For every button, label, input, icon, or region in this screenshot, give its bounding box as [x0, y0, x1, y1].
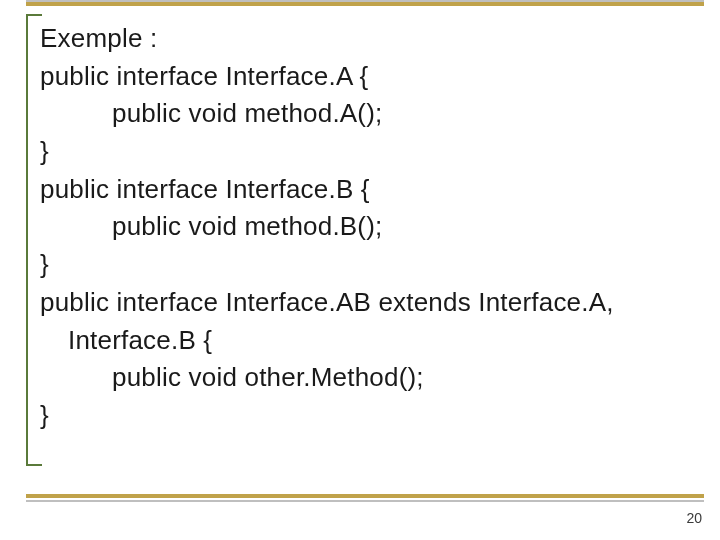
top-rule-gold [26, 2, 704, 6]
code-block: Exemple : public interface Interface.A {… [40, 20, 690, 435]
code-line: public interface Interface.B { [40, 171, 690, 209]
code-line: } [40, 397, 690, 435]
code-line: public void method.A(); [40, 95, 690, 133]
bottom-rule-gold [26, 494, 704, 498]
code-line: public interface Interface.A { [40, 58, 690, 96]
code-line: } [40, 133, 690, 171]
page-number: 20 [686, 510, 702, 526]
code-line: Interface.B { [40, 322, 690, 360]
code-line: public interface Interface.AB extends In… [40, 284, 690, 322]
code-line: public void other.Method(); [40, 359, 690, 397]
code-line: Exemple : [40, 20, 690, 58]
code-line: public void method.B(); [40, 208, 690, 246]
slide-canvas: Exemple : public interface Interface.A {… [0, 0, 720, 540]
bottom-rule-thin [26, 500, 704, 502]
code-line: } [40, 246, 690, 284]
